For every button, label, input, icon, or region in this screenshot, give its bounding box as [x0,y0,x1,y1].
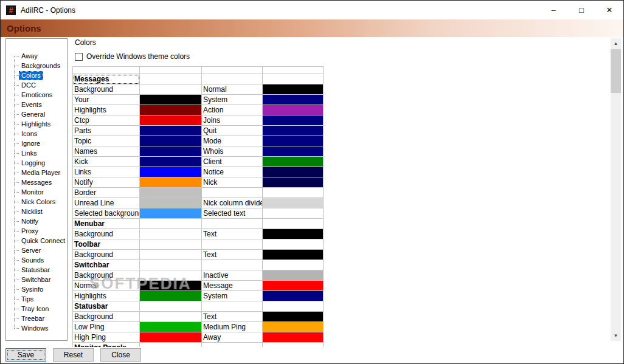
color-swatch-cell[interactable] [140,188,202,198]
sidebar-item-dcc[interactable]: DCC [6,80,67,90]
color-swatch-cell[interactable] [140,95,202,105]
color-swatch-cell[interactable] [263,332,324,343]
color-swatch-cell[interactable] [263,291,324,301]
color-swatch-cell[interactable] [140,126,202,136]
sidebar-item-quick-connect[interactable]: Quick Connect [6,236,67,246]
color-swatch-cell[interactable] [263,312,324,322]
sidebar-item-messages[interactable]: Messages [6,177,67,187]
close-button[interactable]: ✕ [595,1,623,19]
sidebar-item-tips[interactable]: Tips [6,294,67,304]
sidebar-item-general[interactable]: General [6,109,67,119]
section-label-cell[interactable]: Monitor Panels [73,343,140,348]
color-swatch-cell[interactable] [263,167,324,177]
color-swatch-cell[interactable] [140,208,202,219]
sidebar-item-logging[interactable]: Logging [6,158,67,168]
color-swatch-cell[interactable] [263,136,324,146]
color-swatch-cell[interactable] [140,167,202,177]
color-swatch-cell[interactable] [140,198,202,208]
section-label-cell[interactable]: Messages [73,74,140,84]
color-swatch-cell[interactable] [263,250,324,260]
color-swatch-cell[interactable] [140,312,202,322]
color-swatch-cell[interactable] [140,146,202,157]
sidebar-item-server[interactable]: Server [6,246,67,255]
color-swatch-cell[interactable] [140,270,202,281]
color-label-cell: Selected text [202,208,263,219]
color-swatch-cell[interactable] [263,146,324,157]
column-header-cell [263,67,324,74]
color-swatch-cell[interactable] [140,115,202,126]
section-empty-cell [202,301,263,312]
scroll-down-icon[interactable]: ▼ [611,331,621,341]
sidebar-item-backgrounds[interactable]: Backgrounds [6,61,67,70]
section-label-cell[interactable]: Switchbar [73,260,140,270]
color-swatch-cell[interactable] [140,177,202,188]
save-button[interactable]: Save [5,348,46,362]
color-swatch-cell[interactable] [263,188,324,198]
sidebar-item-switchbar[interactable]: Switchbar [6,275,67,284]
scroll-up-icon[interactable]: ▲ [611,38,621,49]
sidebar-item-nicklist[interactable]: Nicklist [6,207,67,216]
sidebar-item-windows[interactable]: Windows [6,323,67,333]
sidebar-item-statusbar[interactable]: Statusbar [6,265,67,275]
sidebar-item-tray-icon[interactable]: Tray Icon [6,304,67,314]
color-swatch-cell[interactable] [263,126,324,136]
color-swatch-cell[interactable] [140,250,202,260]
color-swatch-cell[interactable] [263,95,324,105]
section-label-cell[interactable]: Toolbar [73,239,140,250]
sidebar-item-nick-colors[interactable]: Nick Colors [6,197,67,207]
section-empty-cell [263,343,324,348]
color-table-row: NotifyNick [73,177,324,188]
section-empty-cell [263,219,324,229]
sidebar-item-sysinfo[interactable]: Sysinfo [6,284,67,294]
section-label-cell[interactable]: Menubar [73,219,140,229]
color-label-cell: Ctcp [73,115,140,126]
sidebar-item-ignore[interactable]: Ignore [6,139,67,148]
color-table-row: Unread LineNick column divider [73,198,324,208]
sidebar-item-notify[interactable]: Notify [6,216,67,226]
sidebar-item-emoticons[interactable]: Emoticons [6,90,67,100]
color-swatch-cell[interactable] [263,198,324,208]
color-swatch-cell[interactable] [263,177,324,188]
color-swatch-cell[interactable] [263,105,324,115]
color-swatch-cell[interactable] [140,332,202,343]
sidebar-item-highlights[interactable]: Highlights [6,119,67,129]
color-swatch-cell[interactable] [140,157,202,167]
reset-button[interactable]: Reset [53,348,94,362]
sidebar-item-colors[interactable]: Colors [6,70,67,80]
color-swatch-cell[interactable] [140,322,202,332]
sidebar-item-icons[interactable]: Icons [6,129,67,139]
sidebar-item-proxy[interactable]: Proxy [6,226,67,236]
scrollbar-thumb[interactable] [611,49,621,93]
vertical-scrollbar[interactable]: ▲ ▼ [611,38,621,341]
section-label-cell[interactable]: Statusbar [73,301,140,312]
sidebar-item-label: Emoticons [19,91,54,99]
color-swatch-cell[interactable] [263,84,324,95]
sidebar-item-monitor[interactable]: Monitor [6,187,67,197]
color-swatch-cell[interactable] [263,229,324,239]
maximize-button[interactable]: □ [567,1,595,19]
color-swatch-cell[interactable] [263,208,324,219]
color-swatch-cell[interactable] [140,136,202,146]
color-swatch-cell[interactable] [263,115,324,126]
minimize-button[interactable]: – [539,1,567,19]
color-swatch-cell[interactable] [140,105,202,115]
color-swatch-cell[interactable] [263,281,324,291]
sidebar-item-away[interactable]: Away [6,51,67,61]
sidebar-item-sounds[interactable]: Sounds [6,255,67,265]
sidebar-item-links[interactable]: Links [6,148,67,158]
color-swatch-cell[interactable] [140,84,202,95]
sidebar-item-media-player[interactable]: Media Player [6,168,67,177]
color-label-cell: Kick [73,157,140,167]
color-swatch-cell[interactable] [140,291,202,301]
color-swatch-cell[interactable] [263,322,324,332]
override-theme-checkbox[interactable] [75,53,83,61]
color-swatch-cell[interactable] [263,157,324,167]
color-swatch-cell[interactable] [263,270,324,281]
color-swatch-cell[interactable] [140,229,202,239]
color-table-row: Low PingMedium Ping [73,322,324,332]
color-swatch-cell[interactable] [140,281,202,291]
sidebar-item-events[interactable]: Events [6,100,67,109]
color-label-cell: Message [202,281,263,291]
sidebar-item-treebar[interactable]: Treebar [6,314,67,323]
close-button[interactable]: Close [100,348,141,362]
